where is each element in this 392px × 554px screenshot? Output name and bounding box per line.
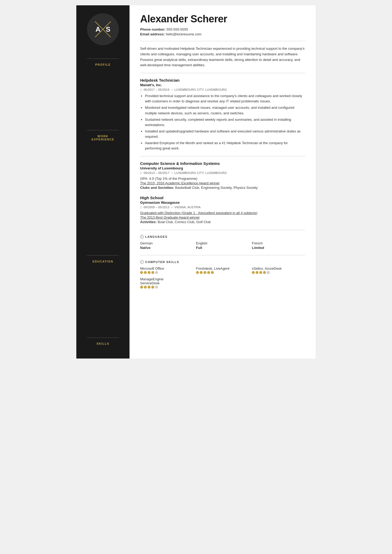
languages-grid: German Native English Full French Limite… bbox=[140, 241, 305, 250]
edu-dates-0: 09/2013 – 05/2017 bbox=[144, 171, 169, 174]
computer-skills-subsection: i COMPUTER SKILLS Microsoft Office bbox=[140, 260, 305, 289]
dot bbox=[203, 271, 206, 274]
sidebar-profile-label: PROFILE bbox=[95, 63, 111, 66]
education-section: Computer Science & Information Systems U… bbox=[140, 161, 305, 224]
lang-col-french: French Limited bbox=[252, 241, 305, 250]
edu-block-0: Computer Science & Information Systems U… bbox=[140, 161, 305, 190]
edu-school-0: University of Luxembourg bbox=[140, 166, 305, 170]
edu-activities-value-1: Boat Club, Comics Club, Golf Club bbox=[158, 220, 211, 224]
languages-label: i LANGUAGES bbox=[140, 235, 305, 239]
edu-activities-1: Activities: Boat Club, Comics Club, Golf… bbox=[140, 220, 305, 224]
edu-meta-0: □ 09/2013 – 05/2017 ○ LUXEMBOURG CITY, L… bbox=[140, 171, 305, 174]
edu-dates-1: 09/2009 – 05/2013 bbox=[144, 206, 169, 209]
divider-skills-mid bbox=[140, 255, 305, 255]
edu-school-1: Gymnasium Wasagasse bbox=[140, 201, 305, 205]
candidate-name: Alexander Scherer bbox=[140, 13, 305, 25]
lang-level-english: Full bbox=[196, 246, 249, 250]
lang-level-german: Native bbox=[140, 246, 193, 250]
dot bbox=[256, 271, 258, 274]
sidebar-education-section: EDUCATION bbox=[76, 250, 130, 268]
edu-distinction-1: Graduated with Distinction (Grade 1 - A/… bbox=[140, 211, 305, 215]
skill-col-2: xSellco, AzureDesk bbox=[252, 266, 305, 276]
lang-level-french: Limited bbox=[252, 246, 305, 250]
dot bbox=[211, 271, 214, 274]
bullet-0-1: Monitored and investigated network issue… bbox=[145, 105, 305, 116]
initial-last: S bbox=[106, 25, 110, 34]
profile-text: Self-driven and motivated Helpdesk Techn… bbox=[140, 46, 305, 68]
edu-location-pin-icon-1: ○ bbox=[171, 206, 173, 209]
computer-skills-label: i COMPUTER SKILLS bbox=[140, 260, 305, 264]
edu-degree-1: High School bbox=[140, 195, 305, 200]
dot bbox=[151, 271, 154, 274]
lang-name-english: English bbox=[196, 241, 249, 245]
job-meta-0: □ 06/2017 – 05/2019 ○ LUXEMBOURG CITY, L… bbox=[140, 88, 305, 91]
sidebar-education-label: EDUCATION bbox=[93, 260, 113, 263]
dot bbox=[267, 271, 270, 274]
sidebar: A S PROFILE WORK EXPERIENCE EDUCATION SK… bbox=[76, 5, 130, 359]
bullet-0-2: Sustained network security, completed we… bbox=[145, 117, 305, 128]
computer-info-icon: i bbox=[140, 260, 144, 264]
skill-col-0: Microsoft Office bbox=[140, 266, 193, 276]
edu-award-1: The 2013 Best Graduate Award winner bbox=[140, 215, 305, 219]
divider-after-header bbox=[140, 41, 305, 41]
edu-clubs-0: Clubs and Societies: Basketball Club, En… bbox=[140, 186, 305, 190]
email-label: Email address: bbox=[140, 32, 165, 36]
skill-dots-3 bbox=[140, 286, 305, 289]
dot bbox=[144, 286, 147, 289]
edu-award-0: The 2015, 2016 Academic Excellence Award… bbox=[140, 181, 305, 185]
resume: A S PROFILE WORK EXPERIENCE EDUCATION SK… bbox=[76, 5, 316, 359]
profile-section: Self-driven and motivated Helpdesk Techn… bbox=[140, 46, 305, 68]
dot bbox=[151, 286, 154, 289]
sidebar-work-section: WORK EXPERIENCE bbox=[76, 125, 130, 146]
company-name-0: Manatt's, Inc. bbox=[140, 83, 305, 87]
languages-info-icon: i bbox=[140, 235, 144, 239]
edu-calendar-icon-0: □ bbox=[140, 171, 142, 174]
bullet-0-0: Provided technical support and assistanc… bbox=[145, 93, 305, 104]
skill-dots-0 bbox=[140, 271, 193, 274]
location-pin-icon: ○ bbox=[171, 88, 173, 91]
sidebar-divider-profile bbox=[87, 59, 119, 59]
phone-row: Phone number: 555-555-5555 bbox=[140, 27, 305, 31]
divider-after-work bbox=[140, 156, 305, 156]
skills-section: i LANGUAGES German Native English Full F… bbox=[140, 235, 305, 289]
job-location-0: LUXEMBOURG CITY, LUXEMBOURG bbox=[174, 88, 227, 91]
job-dates-0: 06/2017 – 05/2019 bbox=[144, 88, 169, 91]
dot bbox=[148, 271, 151, 274]
main-content: Alexander Scherer Phone number: 555-555-… bbox=[130, 5, 316, 359]
bullet-0-4: Awarded Employee of the Month and ranked… bbox=[145, 140, 305, 151]
divider-after-profile bbox=[140, 73, 305, 73]
dot bbox=[263, 271, 266, 274]
sidebar-skills-section: SKILLS bbox=[76, 332, 130, 351]
dot bbox=[155, 286, 158, 289]
contact-info: Phone number: 555-555-5555 Email address… bbox=[140, 27, 305, 36]
skill-col-1: Freshdesk, LiveAgent bbox=[196, 266, 249, 276]
sidebar-divider-work bbox=[87, 130, 119, 130]
dot bbox=[144, 271, 147, 274]
languages-subsection: i LANGUAGES German Native English Full F… bbox=[140, 235, 305, 250]
work-experience-section: Helpdesk Technician Manatt's, Inc. □ 06/… bbox=[140, 78, 305, 151]
initial-first: A bbox=[95, 25, 101, 34]
divider-after-education bbox=[140, 230, 305, 230]
email-row: Email address: hello@kickresume.com bbox=[140, 32, 305, 36]
job-title-0: Helpdesk Technician bbox=[140, 78, 305, 82]
bullet-0-3: Installed and updated/upgraded hardware … bbox=[145, 129, 305, 139]
dot bbox=[155, 271, 158, 274]
skill-name-2: xSellco, AzureDesk bbox=[252, 266, 305, 270]
phone-value: 555-555-5555 bbox=[166, 27, 188, 31]
dot bbox=[196, 271, 199, 274]
edu-clubs-value-0: Basketball Club, Engineering Society, Ph… bbox=[175, 186, 258, 190]
skill-name-1: Freshdesk, LiveAgent bbox=[196, 266, 249, 270]
sidebar-work-label: WORK EXPERIENCE bbox=[91, 135, 114, 141]
lang-name-german: German bbox=[140, 241, 193, 245]
sidebar-skills-label: SKILLS bbox=[97, 342, 109, 345]
dot bbox=[140, 271, 143, 274]
avatar-initials: A S bbox=[95, 25, 110, 34]
edu-degree-0: Computer Science & Information Systems bbox=[140, 161, 305, 166]
edu-calendar-icon-1: □ bbox=[140, 206, 142, 209]
sidebar-divider-skills bbox=[87, 338, 119, 338]
dot bbox=[207, 271, 210, 274]
phone-label: Phone number: bbox=[140, 27, 165, 31]
dot bbox=[140, 286, 143, 289]
sidebar-profile-section: PROFILE bbox=[76, 53, 130, 72]
work-block-0: Helpdesk Technician Manatt's, Inc. □ 06/… bbox=[140, 78, 305, 151]
